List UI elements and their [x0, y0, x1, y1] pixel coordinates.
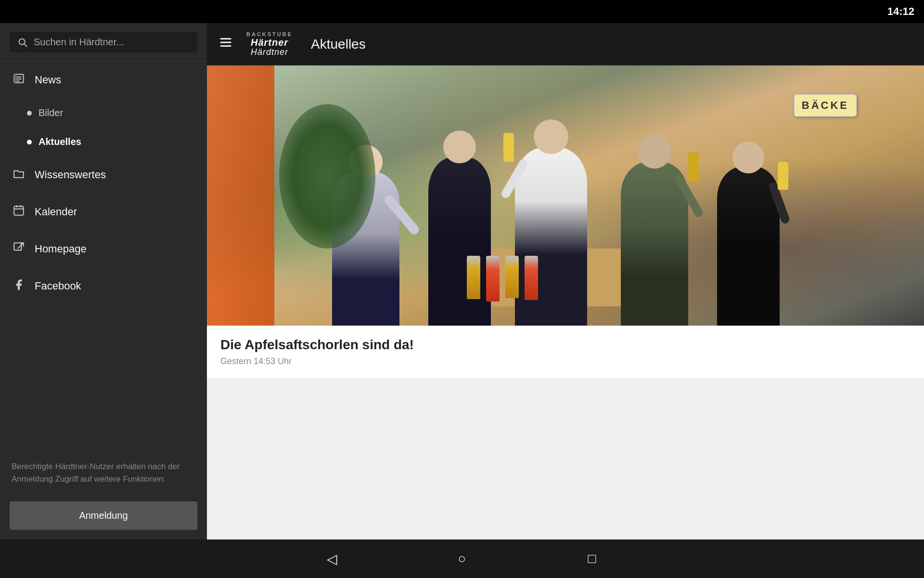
search-bar-inner[interactable]: Suchen in Härdtner...	[10, 32, 197, 53]
page-title: Aktuelles	[311, 37, 366, 52]
svg-line-12	[18, 243, 24, 249]
facebook-label: Facebook	[35, 280, 81, 292]
nav-list: News Bilder Aktuelles Wissenswertes	[0, 62, 207, 451]
bilder-label: Bilder	[38, 107, 63, 118]
bullet-bilder	[27, 111, 32, 116]
sidebar-item-kalender[interactable]: Kalender	[0, 194, 207, 231]
homepage-label: Homepage	[35, 243, 87, 255]
bottom-nav-bar: ◁ ○ □	[0, 539, 924, 578]
bottles-on-table	[467, 256, 538, 302]
wissenswertes-label: Wissenswertes	[35, 169, 106, 181]
search-placeholder-text: Suchen in Härdtner...	[34, 37, 124, 48]
sidebar: Suchen in Härdtner... News	[0, 23, 207, 539]
kalender-label: Kalender	[35, 206, 77, 218]
person-figure-5	[717, 167, 780, 326]
app-body: Suchen in Härdtner... News	[0, 23, 924, 539]
recents-button[interactable]: □	[580, 547, 604, 571]
sidebar-footer-text: Berechtigte Härdtner-Nutzer erhalten nac…	[0, 451, 207, 495]
newspaper-icon	[12, 72, 26, 88]
search-bar: Suchen in Härdtner...	[0, 23, 207, 62]
article-card[interactable]: BÄCKE	[207, 66, 924, 378]
person-figure-4	[621, 162, 688, 326]
login-button[interactable]: Anmeldung	[10, 501, 197, 530]
aktuelles-label: Aktuelles	[38, 136, 81, 147]
article-info: Die Apfelsaftschorlen sind da! Gestern 1…	[207, 326, 924, 378]
external-link-icon	[12, 241, 26, 257]
article-title: Die Apfelsaftschorlen sind da!	[220, 337, 911, 353]
svg-line-1	[24, 44, 27, 47]
orange-banner-decoration	[207, 66, 274, 326]
home-button[interactable]: ○	[450, 547, 474, 571]
sidebar-item-bilder[interactable]: Bilder	[0, 99, 207, 128]
sidebar-item-aktuelles[interactable]: Aktuelles	[0, 128, 207, 157]
bullet-aktuelles	[27, 140, 32, 144]
sidebar-item-wissenswertes[interactable]: Wissenswertes	[0, 157, 207, 194]
calendar-icon	[12, 204, 26, 220]
svg-rect-7	[14, 206, 24, 215]
sidebar-item-homepage[interactable]: Homepage	[0, 231, 207, 268]
hamburger-icon[interactable]	[218, 35, 233, 53]
article-image: BÄCKE	[207, 66, 924, 326]
svg-rect-6	[14, 74, 16, 82]
right-panel: BACKSTUBE Härtner Härdtner Aktuelles BÄC…	[207, 23, 924, 539]
top-bar: BACKSTUBE Härtner Härdtner Aktuelles	[207, 23, 924, 66]
news-label: News	[35, 74, 61, 86]
photo-sign-backer: BÄCKE	[794, 94, 857, 117]
back-button[interactable]: ◁	[320, 547, 344, 571]
folder-icon	[12, 167, 26, 183]
facebook-icon	[12, 278, 26, 294]
sidebar-item-facebook[interactable]: Facebook	[0, 268, 207, 305]
main-content: BÄCKE	[207, 66, 924, 539]
plant-decoration	[279, 104, 375, 249]
status-bar: 14:12	[0, 0, 924, 23]
svg-point-0	[19, 39, 25, 44]
clock: 14:12	[887, 5, 914, 18]
sidebar-item-news[interactable]: News	[0, 62, 207, 99]
article-meta: Gestern 14:53 Uhr	[220, 356, 911, 367]
search-icon	[17, 37, 28, 48]
content-area: BÄCKE	[207, 66, 924, 539]
brand-logo: BACKSTUBE Härtner Härdtner	[243, 31, 296, 57]
